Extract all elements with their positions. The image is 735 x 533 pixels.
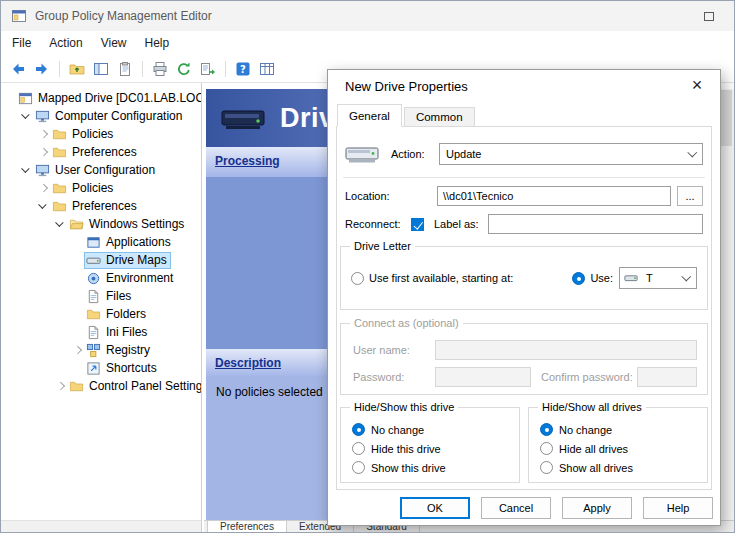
tree-item-preferences[interactable]: Preferences bbox=[1, 143, 201, 161]
vertical-scrollbar[interactable] bbox=[719, 89, 734, 520]
menu-help[interactable]: Help bbox=[136, 32, 179, 54]
grid-view-icon[interactable] bbox=[256, 58, 278, 80]
location-input[interactable]: \\dc01\Tecnico bbox=[437, 186, 671, 206]
radio-icon[interactable] bbox=[352, 442, 365, 455]
use-label: Use: bbox=[590, 272, 613, 284]
tree-item-applications[interactable]: Applications bbox=[1, 233, 201, 251]
drive-icon bbox=[345, 141, 379, 167]
tree-item-windows-settings[interactable]: Windows Settings bbox=[1, 215, 201, 233]
cancel-button[interactable]: Cancel bbox=[481, 497, 551, 519]
label-as-input[interactable] bbox=[488, 214, 703, 234]
export-list-icon[interactable] bbox=[197, 58, 219, 80]
toolbar-separator bbox=[225, 61, 226, 77]
hide-this-drive-option[interactable]: Hide this drive bbox=[352, 439, 519, 458]
tree-item-mapped-drive-dc01-lab-loca[interactable]: Mapped Drive [DC01.LAB.LOCA bbox=[1, 89, 201, 107]
radio-icon[interactable] bbox=[352, 423, 365, 436]
chevron-right-icon[interactable] bbox=[54, 380, 67, 393]
tree-item-environment[interactable]: Environment bbox=[1, 269, 201, 287]
menu-action[interactable]: Action bbox=[40, 32, 91, 54]
no-policies-text: No policies selected bbox=[216, 385, 323, 399]
radio-icon[interactable] bbox=[540, 423, 553, 436]
browse-button[interactable]: ... bbox=[677, 186, 703, 206]
no-change-this-option[interactable]: No change bbox=[352, 420, 519, 439]
hide-all-drives-option[interactable]: Hide all drives bbox=[540, 439, 707, 458]
scrollbar-thumb[interactable] bbox=[721, 90, 732, 146]
console-tree: Mapped Drive [DC01.LAB.LOCAComputer Conf… bbox=[1, 83, 201, 532]
show-console-tree-icon[interactable] bbox=[90, 58, 112, 80]
tree-item-preferences[interactable]: Preferences bbox=[1, 197, 201, 215]
toolbar-separator bbox=[59, 61, 60, 77]
connect-as-caption: Connect as (optional) bbox=[350, 317, 463, 329]
up-folder-icon[interactable] bbox=[66, 58, 88, 80]
tree-horizontal-scrollbar[interactable] bbox=[1, 520, 201, 532]
use-radio[interactable] bbox=[572, 272, 585, 285]
drive-letter-select[interactable]: T bbox=[619, 267, 697, 289]
chevron-right-icon[interactable] bbox=[37, 146, 50, 159]
page-icon bbox=[86, 289, 102, 304]
clipboard-icon[interactable] bbox=[114, 58, 136, 80]
radio-icon[interactable] bbox=[540, 442, 553, 455]
apply-button[interactable]: Apply bbox=[562, 497, 632, 519]
drive-icon bbox=[86, 253, 102, 268]
radio-label: No change bbox=[371, 424, 424, 436]
radio-icon[interactable] bbox=[540, 461, 553, 474]
tree-item-control-panel-setting[interactable]: Control Panel Setting bbox=[1, 377, 201, 395]
tree-item-folders[interactable]: Folders bbox=[1, 305, 201, 323]
tree-item-files[interactable]: Files bbox=[1, 287, 201, 305]
chevron-right-icon[interactable] bbox=[37, 182, 50, 195]
chevron-down-icon[interactable] bbox=[37, 200, 50, 213]
tab-general[interactable]: General bbox=[337, 104, 402, 127]
chevron-right-icon[interactable] bbox=[71, 344, 84, 357]
chevron-right-icon[interactable] bbox=[37, 128, 50, 141]
back-icon[interactable] bbox=[7, 58, 29, 80]
chevron-down-icon[interactable] bbox=[54, 218, 67, 231]
tree-item-computer-configuration[interactable]: Computer Configuration bbox=[1, 107, 201, 125]
processing-link[interactable]: Processing bbox=[215, 154, 280, 168]
confirm-password-input bbox=[637, 367, 697, 387]
folder-icon bbox=[52, 127, 68, 142]
tree-item-label: Preferences bbox=[72, 145, 137, 159]
tree-item-policies[interactable]: Policies bbox=[1, 179, 201, 197]
chevron-placeholder bbox=[71, 362, 84, 375]
svg-text:?: ? bbox=[240, 64, 246, 75]
show-all-drives-option[interactable]: Show all drives bbox=[540, 458, 707, 477]
use-first-available-radio[interactable] bbox=[351, 272, 364, 285]
tree-item-label: Environment bbox=[106, 271, 173, 285]
registry-icon bbox=[86, 343, 102, 358]
no-change-all-option[interactable]: No change bbox=[540, 420, 707, 439]
tree-item-shortcuts[interactable]: Shortcuts bbox=[1, 359, 201, 377]
maximize-button[interactable] bbox=[694, 5, 724, 27]
reconnect-checkbox[interactable] bbox=[411, 218, 424, 231]
chevron-down-icon[interactable] bbox=[20, 164, 33, 177]
radio-icon[interactable] bbox=[352, 461, 365, 474]
toolbar-separator bbox=[142, 61, 143, 77]
tree-item-registry[interactable]: Registry bbox=[1, 341, 201, 359]
ok-button[interactable]: OK bbox=[400, 497, 470, 519]
tab-common[interactable]: Common bbox=[404, 107, 475, 127]
location-row: Location: \\dc01\Tecnico ... bbox=[345, 186, 703, 206]
page-icon bbox=[86, 325, 102, 340]
tree-item-policies[interactable]: Policies bbox=[1, 125, 201, 143]
help-button[interactable]: Help bbox=[643, 497, 713, 519]
menu-view[interactable]: View bbox=[92, 32, 136, 54]
tree-item-user-configuration[interactable]: User Configuration bbox=[1, 161, 201, 179]
action-select[interactable]: Update bbox=[439, 143, 703, 165]
printer-icon[interactable] bbox=[149, 58, 171, 80]
help-icon[interactable]: ? bbox=[232, 58, 254, 80]
chevron-down-icon[interactable] bbox=[20, 110, 33, 123]
tree-item-drive-maps[interactable]: Drive Maps bbox=[1, 251, 201, 269]
description-link[interactable]: Description bbox=[215, 356, 281, 370]
show-this-drive-option[interactable]: Show this drive bbox=[352, 458, 519, 477]
env-icon bbox=[86, 271, 102, 286]
drive-letter-value: T bbox=[640, 272, 676, 284]
folder-icon bbox=[86, 307, 102, 322]
close-icon[interactable]: × bbox=[678, 72, 716, 98]
tree-item-ini-files[interactable]: Ini Files bbox=[1, 323, 201, 341]
menu-file[interactable]: File bbox=[3, 32, 40, 54]
separator bbox=[343, 177, 705, 178]
forward-icon[interactable] bbox=[31, 58, 53, 80]
tree-item-label: Applications bbox=[106, 235, 171, 249]
tree-item-label: Mapped Drive [DC01.LAB.LOCA bbox=[38, 91, 201, 105]
refresh-icon[interactable] bbox=[173, 58, 195, 80]
tab-preferences[interactable]: Preferences bbox=[207, 521, 287, 532]
